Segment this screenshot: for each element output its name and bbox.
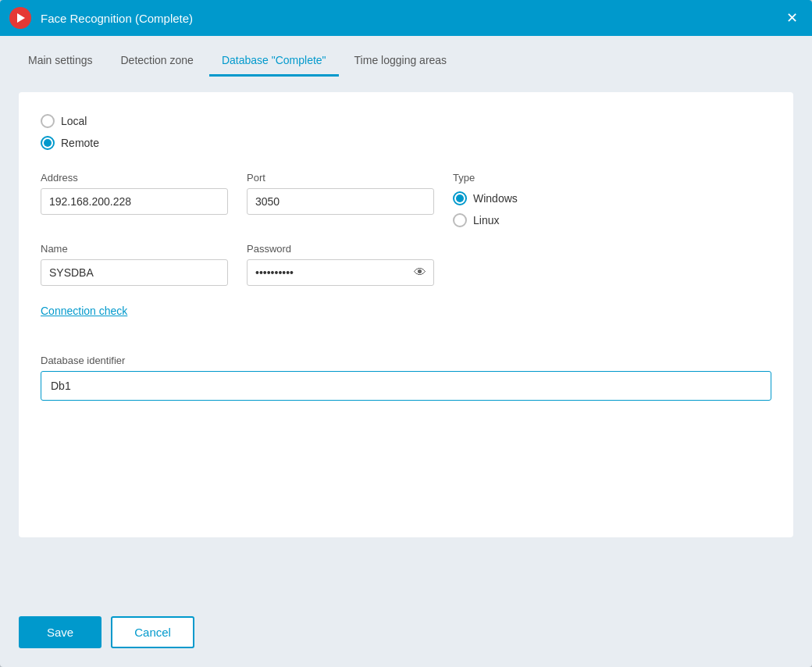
radio-remote-indicator — [41, 136, 55, 150]
tab-time-logging-areas[interactable]: Time logging areas — [342, 46, 460, 77]
radio-local-label: Local — [61, 115, 87, 127]
address-field-group: Address — [41, 172, 228, 215]
main-window: Face Recognition (Complete) ✕ Main setti… — [0, 0, 812, 667]
radio-remote-label: Remote — [61, 137, 99, 149]
type-radio-group: Windows Linux — [453, 191, 518, 227]
show-password-icon[interactable]: 👁 — [414, 266, 426, 280]
database-identifier-group: Database identifier — [41, 355, 771, 401]
close-button[interactable]: ✕ — [781, 7, 803, 29]
connection-check-link[interactable]: Connection check — [41, 305, 127, 317]
cancel-button[interactable]: Cancel — [111, 616, 194, 648]
password-wrapper: 👁 — [247, 259, 434, 286]
name-field-group: Name — [41, 243, 228, 286]
tab-main-settings[interactable]: Main settings — [16, 46, 105, 77]
content-area: Local Remote Address Port Type — [0, 77, 812, 604]
radio-local-indicator — [41, 114, 55, 128]
type-field-group: Type Windows Linux — [453, 172, 518, 227]
footer: Save Cancel — [0, 604, 812, 667]
radio-windows-label: Windows — [473, 192, 518, 205]
port-field-group: Port — [247, 172, 434, 215]
password-label: Password — [247, 243, 434, 255]
type-label: Type — [453, 172, 518, 184]
save-button[interactable]: Save — [19, 616, 102, 648]
radio-local[interactable]: Local — [41, 114, 771, 128]
password-field-group: Password 👁 — [247, 243, 434, 286]
svg-marker-0 — [17, 13, 25, 23]
port-label: Port — [247, 172, 434, 184]
tab-database-complete[interactable]: Database "Complete" — [209, 46, 339, 77]
name-password-row: Name Password 👁 — [41, 243, 771, 286]
radio-linux[interactable]: Linux — [453, 213, 518, 227]
name-label: Name — [41, 243, 228, 255]
window-title: Face Recognition (Complete) — [41, 12, 781, 25]
logo-icon — [14, 12, 27, 24]
connection-check-wrapper: Connection check — [41, 305, 771, 336]
radio-windows-indicator — [453, 191, 467, 205]
database-identifier-input[interactable] — [41, 371, 771, 401]
radio-remote[interactable]: Remote — [41, 136, 771, 150]
tabs-bar: Main settings Detection zone Database "C… — [0, 36, 812, 77]
password-input[interactable] — [247, 259, 434, 286]
app-logo — [9, 7, 31, 29]
settings-card: Local Remote Address Port Type — [19, 92, 793, 537]
address-input[interactable] — [41, 188, 228, 215]
tab-detection-zone[interactable]: Detection zone — [108, 46, 205, 77]
radio-windows[interactable]: Windows — [453, 191, 518, 205]
address-label: Address — [41, 172, 228, 184]
radio-linux-label: Linux — [473, 214, 499, 226]
address-port-type-row: Address Port Type Windows — [41, 172, 771, 227]
name-input[interactable] — [41, 259, 228, 286]
radio-linux-indicator — [453, 213, 467, 227]
titlebar: Face Recognition (Complete) ✕ — [0, 0, 812, 36]
database-identifier-label: Database identifier — [41, 355, 771, 366]
port-input[interactable] — [247, 188, 434, 215]
location-radio-group: Local Remote — [41, 114, 771, 150]
